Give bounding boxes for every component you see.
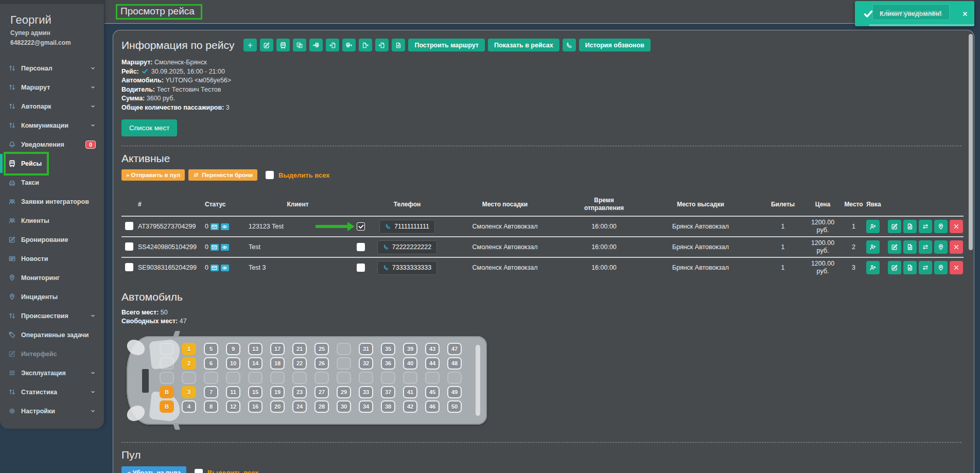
- checkin-button[interactable]: [866, 261, 880, 274]
- seat-32[interactable]: 32: [359, 357, 373, 370]
- import-print-button[interactable]: [309, 39, 323, 51]
- eye-icon-badge[interactable]: [221, 265, 229, 271]
- seat-20[interactable]: 20: [270, 400, 285, 413]
- checkin-button[interactable]: [866, 220, 880, 233]
- seat-12[interactable]: 12: [226, 400, 240, 413]
- sidebar-item-statistics[interactable]: Статистика: [0, 382, 104, 401]
- envelope-icon-badge[interactable]: [211, 223, 219, 230]
- seat-15[interactable]: 15: [248, 386, 262, 398]
- sidebar-item-route[interactable]: Маршрут: [0, 78, 104, 97]
- call-button[interactable]: [563, 39, 576, 51]
- remove-from-pool-button[interactable]: « Убрать из пула: [121, 466, 186, 473]
- load-excel-button[interactable]: [375, 39, 389, 51]
- seat-11[interactable]: 11: [226, 386, 240, 398]
- seat-23[interactable]: 23: [292, 386, 307, 398]
- row-select-checkbox[interactable]: [125, 242, 133, 251]
- sidebar-item-news[interactable]: Новости: [0, 249, 104, 268]
- seat-33[interactable]: 33: [359, 386, 373, 398]
- scrollbar-thumb[interactable]: [969, 34, 973, 250]
- edit-button[interactable]: [260, 39, 273, 51]
- seat-1[interactable]: 1: [182, 343, 196, 355]
- build-route-button[interactable]: Построить маршрут: [408, 39, 485, 51]
- document-button[interactable]: [903, 220, 917, 233]
- seat-44[interactable]: 44: [425, 357, 440, 370]
- sidebar-item-trips[interactable]: Рейсы: [0, 154, 104, 173]
- phone-button[interactable]: 72222222222: [377, 240, 437, 254]
- seat-48[interactable]: 48: [447, 357, 462, 370]
- seat-2[interactable]: 2: [182, 357, 196, 370]
- seat-29[interactable]: 29: [337, 386, 351, 398]
- sidebar-item-notifications[interactable]: Уведомления0: [0, 135, 104, 154]
- seat-8[interactable]: 8: [204, 400, 218, 413]
- seat-38[interactable]: 38: [381, 400, 395, 413]
- edit-button[interactable]: [888, 220, 901, 233]
- seat-46[interactable]: 46: [425, 400, 440, 413]
- seat-14[interactable]: 14: [248, 357, 262, 370]
- transfer-button[interactable]: [919, 220, 932, 233]
- sidebar-item-settings[interactable]: Настройки: [0, 401, 104, 421]
- transfer-button[interactable]: [919, 240, 932, 254]
- location-button[interactable]: [934, 220, 948, 233]
- sidebar-item-communications[interactable]: Коммуникации: [0, 116, 104, 135]
- phone-button[interactable]: 73333333333: [377, 261, 437, 275]
- seat-36[interactable]: 36: [381, 357, 395, 370]
- sidebar-item-taxi[interactable]: Такси: [0, 173, 104, 192]
- transfer-button[interactable]: [919, 261, 932, 274]
- seat-39[interactable]: 39: [403, 343, 417, 355]
- seat-19[interactable]: 19: [270, 386, 285, 398]
- seat-4[interactable]: 4: [182, 400, 196, 413]
- sidebar-item-operational-tasks[interactable]: Оперативные задачи: [0, 325, 104, 344]
- seat-3[interactable]: 3: [182, 386, 196, 398]
- add-button[interactable]: [243, 39, 257, 51]
- excel-button[interactable]: [392, 39, 405, 51]
- seat-17[interactable]: 17: [270, 343, 285, 355]
- sidebar-item-incidents[interactable]: Инциденты: [0, 287, 104, 306]
- sidebar-item-operations[interactable]: Эксплуатация: [0, 363, 104, 382]
- eye-icon-badge[interactable]: [221, 223, 229, 230]
- sidebar-item-interface[interactable]: Интерфейс: [0, 344, 104, 363]
- vehicle-button[interactable]: [276, 39, 290, 51]
- seat-16[interactable]: 16: [248, 400, 262, 413]
- eye-icon-badge[interactable]: [221, 244, 229, 251]
- copy-print-button[interactable]: [293, 39, 306, 51]
- location-button[interactable]: [934, 261, 948, 274]
- export-print-button[interactable]: [342, 39, 356, 51]
- seat-47[interactable]: 47: [447, 343, 462, 355]
- seat-22[interactable]: 22: [292, 357, 307, 370]
- sidebar-item-monitoring[interactable]: Мониторинг: [0, 268, 104, 287]
- envelope-icon-badge[interactable]: [211, 265, 219, 271]
- notify-checkbox[interactable]: [357, 264, 365, 272]
- document-button[interactable]: [903, 240, 917, 254]
- delete-button[interactable]: [950, 261, 963, 274]
- pool-select-all-checkbox[interactable]: [195, 469, 203, 473]
- notify-checkbox[interactable]: [357, 243, 365, 251]
- seat-list-button[interactable]: Список мест: [121, 119, 177, 136]
- edit-button[interactable]: [888, 240, 901, 254]
- seat-31[interactable]: 31: [359, 343, 373, 355]
- seat-35[interactable]: 35: [381, 343, 395, 355]
- notify-checkbox[interactable]: [357, 222, 365, 231]
- row-select-checkbox[interactable]: [125, 263, 133, 271]
- seat-25[interactable]: 25: [314, 343, 329, 355]
- export-excel-button[interactable]: [359, 39, 372, 51]
- seat-13[interactable]: 13: [248, 343, 262, 355]
- back-button[interactable]: « Вернуться назад: [872, 4, 950, 20]
- seat-42[interactable]: 42: [403, 400, 417, 413]
- sidebar-item-personnel[interactable]: Персонал: [0, 59, 104, 78]
- seat-B[interactable]: B: [160, 386, 174, 398]
- seat-21[interactable]: 21: [292, 343, 307, 355]
- delete-button[interactable]: [950, 220, 963, 233]
- sidebar-item-clients[interactable]: Клиенты: [0, 211, 104, 230]
- seat-26[interactable]: 26: [314, 357, 329, 370]
- sidebar-item-booking[interactable]: Бронирование: [0, 230, 104, 249]
- seat-6[interactable]: 6: [204, 357, 218, 370]
- seat-7[interactable]: 7: [204, 386, 218, 398]
- seat-37[interactable]: 37: [381, 386, 395, 398]
- location-button[interactable]: [934, 240, 948, 254]
- row-select-checkbox[interactable]: [125, 222, 133, 230]
- seat-40[interactable]: 40: [403, 357, 417, 370]
- checkin-button[interactable]: [866, 240, 880, 254]
- seat-30[interactable]: 30: [337, 400, 351, 413]
- seat-10[interactable]: 10: [226, 357, 240, 370]
- delete-button[interactable]: [950, 240, 963, 254]
